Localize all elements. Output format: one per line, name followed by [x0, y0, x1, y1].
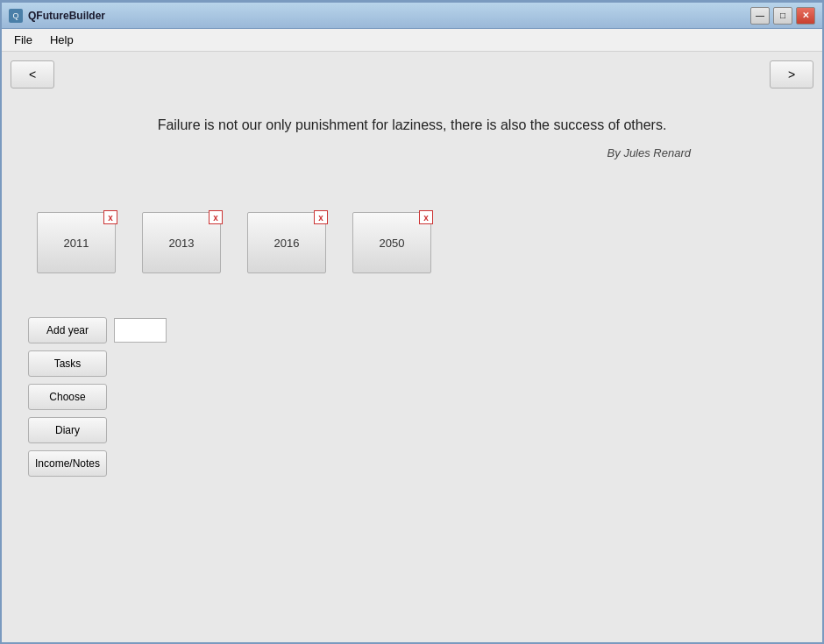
year-input[interactable] [114, 318, 167, 343]
add-year-row: Add year [28, 317, 813, 343]
main-content: < > Failure is not our only punishment f… [2, 52, 822, 642]
quote-text: Failure is not our only punishment for l… [81, 115, 743, 136]
year-card-wrapper: x2050 [352, 212, 431, 273]
diary-button[interactable]: Diary [28, 417, 107, 443]
menu-help[interactable]: Help [41, 31, 82, 49]
forward-button[interactable]: > [770, 60, 813, 88]
title-bar: Q QFutureBuilder — □ ✕ [2, 3, 822, 29]
nav-bar: < > [11, 60, 813, 88]
years-area: x2011x2013x2016x2050 [11, 195, 813, 291]
main-window: Q QFutureBuilder — □ ✕ File Help < > Fai… [0, 0, 824, 644]
choose-button[interactable]: Choose [28, 384, 107, 410]
title-bar-left: Q QFutureBuilder [9, 9, 105, 23]
app-icon: Q [9, 9, 23, 23]
bottom-controls: Add year Tasks Choose Diary Income/Notes [11, 317, 813, 477]
year-card-wrapper: x2013 [142, 212, 221, 273]
quote-area: Failure is not our only punishment for l… [11, 97, 813, 177]
year-card-close-button[interactable]: x [419, 210, 433, 224]
tasks-button[interactable]: Tasks [28, 350, 107, 377]
close-button[interactable]: ✕ [796, 7, 815, 25]
window-controls: — □ ✕ [750, 7, 815, 25]
year-card-wrapper: x2016 [247, 212, 326, 273]
year-card-close-button[interactable]: x [209, 210, 223, 224]
menu-bar: File Help [2, 29, 822, 52]
year-card-close-button[interactable]: x [314, 210, 328, 224]
year-card-wrapper: x2011 [37, 212, 116, 273]
maximize-button[interactable]: □ [773, 7, 792, 25]
add-year-button[interactable]: Add year [28, 317, 107, 343]
year-card-close-button[interactable]: x [103, 210, 117, 224]
back-button[interactable]: < [11, 60, 54, 88]
menu-file[interactable]: File [5, 31, 41, 49]
minimize-button[interactable]: — [750, 7, 770, 25]
quote-author: By Jules Renard [81, 146, 743, 159]
income-notes-button[interactable]: Income/Notes [28, 450, 107, 477]
window-title: QFutureBuilder [28, 10, 105, 22]
